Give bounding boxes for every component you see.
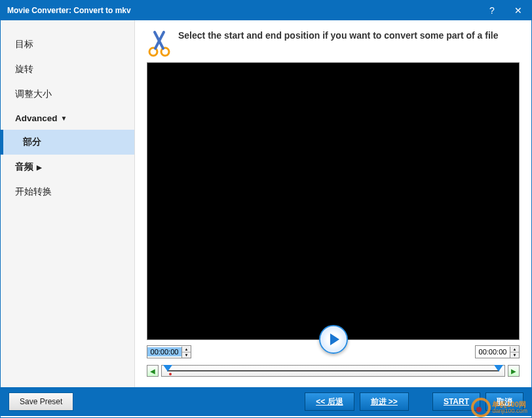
end-time-value: 00:00:00 — [476, 347, 510, 356]
chevron-right-icon: ▶ — [37, 164, 42, 171]
spin-down[interactable]: ▼ — [510, 352, 519, 358]
spin-up[interactable]: ▲ — [182, 347, 191, 352]
start-marker[interactable] — [163, 365, 172, 371]
sidebar: 目标 旋转 调整大小 Advanced▼ 部分 音频▶ 开始转换 — [1, 20, 135, 387]
video-preview — [147, 62, 520, 340]
sidebar-label: 部分 — [23, 136, 41, 148]
chevron-down-icon: ▼ — [61, 115, 67, 122]
sidebar-label: Advanced — [15, 113, 58, 123]
spin-down[interactable]: ▼ — [182, 352, 191, 358]
cancel-button[interactable]: 取消 — [485, 392, 523, 411]
sidebar-item-start-convert[interactable]: 开始转换 — [1, 180, 134, 204]
sidebar-item-target[interactable]: 目标 — [1, 32, 134, 57]
titlebar: Movie Converter: Convert to mkv ? ✕ — [1, 1, 531, 20]
trim-slider-row: ◀ ▶ — [147, 365, 520, 377]
start-time-input[interactable]: 00:00:00 ▲ ▼ — [147, 345, 191, 358]
forward-button[interactable]: 前进 >> — [360, 392, 409, 411]
sidebar-label: 音频 — [15, 161, 33, 173]
start-time-value: 00:00:00 — [147, 347, 181, 356]
window-title: Movie Converter: Convert to mkv — [7, 6, 479, 15]
sidebar-label: 旋转 — [15, 64, 33, 75]
sidebar-label: 开始转换 — [15, 186, 52, 198]
sidebar-item-audio[interactable]: 音频▶ — [1, 155, 134, 180]
step-back-button[interactable]: ◀ — [147, 365, 159, 377]
spin-up[interactable]: ▲ — [510, 347, 519, 352]
end-time-spinner: ▲ ▼ — [510, 347, 519, 358]
scissors-icon — [147, 29, 172, 58]
play-icon — [330, 333, 339, 345]
main-panel: Select the start and end position if you… — [135, 20, 531, 387]
end-time-input[interactable]: 00:00:00 ▲ ▼ — [475, 345, 520, 358]
content-area: 目标 旋转 调整大小 Advanced▼ 部分 音频▶ 开始转换 Select … — [1, 20, 531, 387]
slider-track-line — [167, 370, 499, 371]
hint-text: Select the start and end position if you… — [178, 29, 499, 43]
sidebar-item-part[interactable]: 部分 — [1, 130, 134, 155]
play-button[interactable] — [319, 325, 348, 354]
end-marker[interactable] — [494, 365, 503, 371]
trim-slider[interactable] — [161, 365, 505, 377]
help-button[interactable]: ? — [479, 1, 505, 20]
sidebar-item-advanced[interactable]: Advanced▼ — [1, 107, 134, 130]
sidebar-label: 调整大小 — [15, 88, 52, 100]
start-button[interactable]: START — [432, 392, 480, 411]
sidebar-label: 目标 — [15, 39, 33, 50]
sidebar-item-rotate[interactable]: 旋转 — [1, 57, 134, 82]
step-forward-button[interactable]: ▶ — [508, 365, 520, 377]
sidebar-item-resize[interactable]: 调整大小 — [1, 82, 134, 107]
playhead-dot[interactable] — [169, 373, 172, 375]
save-preset-button[interactable]: Save Preset — [9, 392, 73, 411]
footer: Save Preset << 后退 前进 >> START 取消 单机100网 … — [1, 387, 531, 416]
start-time-spinner: ▲ ▼ — [181, 347, 191, 358]
close-button[interactable]: ✕ — [505, 1, 531, 20]
hint-row: Select the start and end position if you… — [147, 29, 520, 58]
back-button[interactable]: << 后退 — [305, 392, 354, 411]
